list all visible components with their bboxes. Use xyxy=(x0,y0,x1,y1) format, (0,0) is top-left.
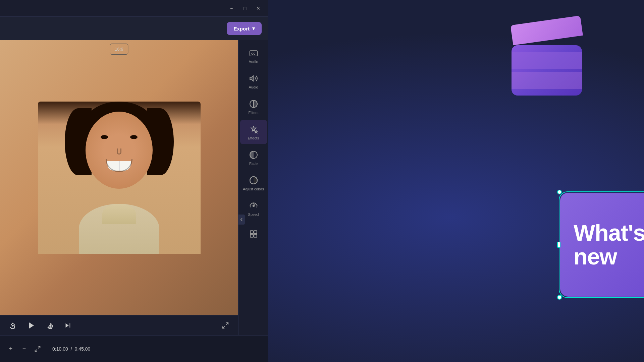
minimize-button[interactable]: − xyxy=(227,4,236,13)
logo-strip-1 xyxy=(512,52,582,69)
svg-line-6 xyxy=(223,326,225,328)
svg-line-5 xyxy=(226,322,228,324)
sidebar-item-adjust-colors[interactable]: Adjust colors xyxy=(240,171,267,195)
add-clip-button[interactable]: + xyxy=(5,344,16,354)
person-image xyxy=(38,102,201,254)
remove-clip-button[interactable]: − xyxy=(19,344,30,354)
rewind-button[interactable]: 5 xyxy=(7,319,19,331)
logo-body xyxy=(512,45,582,96)
video-controls: 5 5 xyxy=(0,315,238,335)
svg-text:5: 5 xyxy=(49,325,50,327)
skip-button[interactable] xyxy=(62,319,74,331)
collapse-panel-button[interactable] xyxy=(238,215,245,225)
promo-container: What's new xyxy=(268,0,644,362)
svg-line-21 xyxy=(35,349,37,351)
timeline-area: + − 0:10.00 / 0:45.00 xyxy=(0,335,268,362)
time-separator: / xyxy=(71,346,72,352)
svg-marker-9 xyxy=(250,76,253,81)
right-sidebar: CC Audio Audio xyxy=(238,40,268,335)
handle-top-left[interactable] xyxy=(557,190,562,194)
play-icon xyxy=(28,321,36,329)
sidebar-item-more[interactable] xyxy=(240,222,267,246)
captions-label: Audio xyxy=(249,60,258,64)
fast-forward-button[interactable]: 5 xyxy=(44,319,56,331)
speed-label: Speed xyxy=(248,213,259,217)
sidebar-item-fade[interactable]: Fade xyxy=(240,145,267,170)
editor-area: 16:9 xyxy=(0,40,268,335)
audio-label: Audio xyxy=(249,85,258,89)
total-time: 0:45.00 xyxy=(75,346,91,352)
fullscreen-button[interactable] xyxy=(219,319,231,331)
expand-timeline-button[interactable] xyxy=(32,344,43,354)
whats-new-container: What's new xyxy=(560,193,644,297)
aspect-ratio-button[interactable]: 16:9 xyxy=(110,44,128,55)
sidebar-item-audio[interactable]: Audio xyxy=(240,69,267,93)
torso xyxy=(79,204,159,254)
title-bar: − □ ✕ xyxy=(0,0,268,17)
video-preview: 16:9 xyxy=(0,40,238,335)
filters-icon xyxy=(249,99,259,109)
speed-icon xyxy=(249,201,259,211)
clapperboard-logo xyxy=(512,28,585,96)
close-button[interactable]: ✕ xyxy=(254,4,263,13)
fullscreen-icon xyxy=(222,322,229,329)
svg-point-15 xyxy=(253,205,254,206)
captions-icon: CC xyxy=(249,48,259,58)
export-chevron-icon: ▾ xyxy=(252,25,255,32)
chevron-left-icon xyxy=(239,218,244,222)
adjust-colors-label: Adjust colors xyxy=(243,187,264,191)
whats-new-text: What's new xyxy=(574,221,644,269)
main-content: Export ▾ 16:9 xyxy=(0,17,268,362)
filters-label: Filters xyxy=(249,111,259,115)
svg-text:CC: CC xyxy=(251,52,256,55)
audio-icon xyxy=(249,73,259,83)
expand-icon xyxy=(34,346,41,352)
svg-rect-16 xyxy=(250,231,253,234)
play-button[interactable] xyxy=(24,318,39,333)
current-time: 0:10.00 xyxy=(52,346,68,352)
sidebar-item-filters[interactable]: Filters xyxy=(240,95,267,119)
app-window: − □ ✕ Export ▾ 16:9 xyxy=(0,0,268,362)
timeline-controls: + − xyxy=(5,344,43,354)
more-icon xyxy=(249,229,259,239)
top-bar: Export ▾ xyxy=(0,17,268,40)
svg-marker-1 xyxy=(29,322,34,328)
sidebar-item-captions[interactable]: CC Audio xyxy=(240,44,267,68)
fade-icon xyxy=(249,150,259,160)
svg-text:5: 5 xyxy=(12,325,13,327)
whats-new-card: What's new xyxy=(560,193,644,297)
video-placeholder xyxy=(0,40,238,315)
logo-strip-2 xyxy=(512,72,582,89)
svg-rect-19 xyxy=(254,234,257,237)
svg-line-20 xyxy=(38,346,40,348)
logo-clapper-top xyxy=(511,15,583,45)
video-frame xyxy=(0,40,238,315)
fast-forward-icon: 5 xyxy=(47,322,54,329)
maximize-button[interactable]: □ xyxy=(240,4,250,13)
app-logo-container xyxy=(512,28,585,96)
rewind-icon: 5 xyxy=(9,322,16,329)
fade-label: Fade xyxy=(249,162,258,166)
export-label: Export xyxy=(233,26,250,32)
svg-rect-17 xyxy=(254,231,257,234)
svg-rect-18 xyxy=(250,234,253,237)
whats-new-line1: What's xyxy=(574,220,644,245)
skip-icon xyxy=(64,322,71,329)
svg-marker-3 xyxy=(66,323,69,327)
whats-new-line2: new xyxy=(574,244,617,269)
sidebar-item-effects[interactable]: Effects xyxy=(240,120,267,144)
export-button[interactable]: Export ▾ xyxy=(227,22,262,35)
effects-icon xyxy=(249,124,259,134)
effects-label: Effects xyxy=(248,136,259,140)
handle-bottom-left[interactable] xyxy=(557,295,562,300)
adjust-colors-icon xyxy=(249,175,259,185)
face xyxy=(86,112,153,189)
